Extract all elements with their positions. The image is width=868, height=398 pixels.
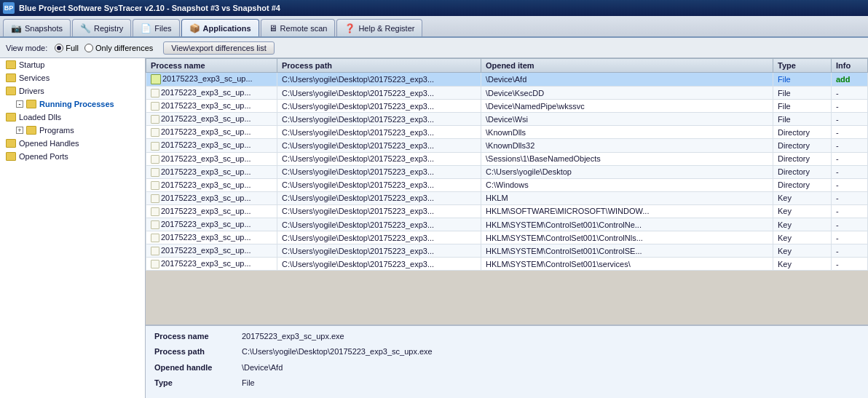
table-row[interactable]: 20175223_exp3_sc_up...C:\Users\yogile\De… <box>146 204 868 218</box>
cell-info: - <box>832 178 868 191</box>
expand-icon[interactable]: + <box>16 127 23 134</box>
process-table[interactable]: Process name Process path Opened item Ty… <box>146 58 868 325</box>
table-row[interactable]: 20175223_exp3_sc_up...C:\Users\yogile\De… <box>146 87 868 100</box>
cell-opened-item: \KnownDlls <box>481 126 773 139</box>
process-icon <box>151 220 159 229</box>
sidebar-item-startup[interactable]: Startup <box>0 58 145 71</box>
tab-snapshots[interactable]: 📷 Snapshots <box>3 19 71 36</box>
table-row[interactable]: 20175223_exp3_sc_up...C:\Users\yogile\De… <box>146 139 868 152</box>
radio-full-circle[interactable] <box>55 44 63 52</box>
folder-icon <box>6 60 16 69</box>
sidebar-item-opened-ports[interactable]: Opened Ports <box>0 150 145 163</box>
cell-process-path: C:\Users\yogile\Desktop\20175223_exp3... <box>277 178 481 191</box>
cell-opened-item: HKLM\SYSTEM\ControlSet001\ControlNe... <box>481 218 773 231</box>
export-button[interactable]: View\export differences list <box>163 41 274 55</box>
table-row[interactable]: 20175223_exp3_sc_up...C:\Users\yogile\De… <box>146 113 868 126</box>
cell-type: Key <box>773 244 832 258</box>
cell-opened-item: HKLM\SYSTEM\ControlSet001\ControlSE... <box>481 244 773 258</box>
title-bar: BP Blue Project Software SysTracer v2.10… <box>0 0 868 16</box>
cell-process-name: 20175223_exp3_sc_up... <box>146 218 277 231</box>
cell-process-path: C:\Users\yogile\Desktop\20175223_exp3... <box>277 231 481 244</box>
sidebar-opened-handles-label: Opened Handles <box>19 139 79 148</box>
tab-applications[interactable]: 📦 Applications <box>181 19 259 36</box>
process-icon <box>151 89 159 97</box>
cell-info: - <box>832 113 868 126</box>
cell-process-path: C:\Users\yogile\Desktop\20175223_exp3... <box>277 73 481 87</box>
cell-info: - <box>832 231 868 244</box>
sidebar-opened-ports-label: Opened Ports <box>19 152 68 161</box>
table-row[interactable]: 20175223_exp3_sc_up...C:\Users\yogile\De… <box>146 231 868 244</box>
detail-opened-handle-label: Opened handle <box>154 363 242 377</box>
table-row[interactable]: 20175223_exp3_sc_up...C:\Users\yogile\De… <box>146 165 868 178</box>
table-header-row: Process name Process path Opened item Ty… <box>146 59 868 73</box>
col-info[interactable]: Info <box>832 59 868 73</box>
cell-process-path: C:\Users\yogile\Desktop\20175223_exp3... <box>277 258 481 271</box>
tab-remote-scan[interactable]: 🖥 Remote scan <box>261 19 336 36</box>
cell-process-name: 20175223_exp3_sc_up... <box>146 165 277 178</box>
tab-files[interactable]: 📄 Files <box>133 19 179 36</box>
table-row[interactable]: 20175223_exp3_sc_up...C:\Users\yogile\De… <box>146 244 868 258</box>
process-icon <box>151 207 159 216</box>
col-opened-item[interactable]: Opened item <box>481 59 773 73</box>
toolbar: View mode: Full Only differences View\ex… <box>0 38 868 58</box>
cell-type: Directory <box>773 126 832 139</box>
radio-diff-circle[interactable] <box>84 44 93 52</box>
cell-opened-item: \KnownDlls32 <box>481 139 773 152</box>
cell-info: - <box>832 258 868 271</box>
view-mode-label: View mode: <box>6 44 47 52</box>
cell-opened-item: C:\Windows <box>481 178 773 191</box>
sidebar-item-loaded-dlls[interactable]: Loaded Dlls <box>0 111 145 124</box>
table-row[interactable]: 20175223_exp3_sc_up...C:\Users\yogile\De… <box>146 126 868 139</box>
main-content: Startup Services Drivers - Running Proce… <box>0 58 868 398</box>
tab-registry[interactable]: 🔧 Registry <box>72 19 131 36</box>
cell-process-path: C:\Users\yogile\Desktop\20175223_exp3... <box>277 165 481 178</box>
cell-type: Key <box>773 204 832 218</box>
radio-differences[interactable]: Only differences <box>84 44 153 52</box>
cell-opened-item: HKLM\SYSTEM\ControlSet001\services\ <box>481 258 773 271</box>
col-process-path[interactable]: Process path <box>277 59 481 73</box>
folder-icon <box>26 100 36 108</box>
cell-opened-item: \Sessions\1\BaseNamedObjects <box>481 152 773 165</box>
cell-process-path: C:\Users\yogile\Desktop\20175223_exp3... <box>277 218 481 231</box>
cell-process-name: 20175223_exp3_sc_up... <box>146 231 277 244</box>
registry-icon: 🔧 <box>80 23 91 33</box>
sidebar-item-services[interactable]: Services <box>0 71 145 84</box>
cell-opened-item: \Device\KsecDD <box>481 87 773 100</box>
tab-files-label: Files <box>154 24 171 33</box>
table-row[interactable]: 20175223_exp3_sc_up...C:\Users\yogile\De… <box>146 100 868 113</box>
tab-help-register[interactable]: ❓ Help & Register <box>336 19 422 36</box>
sidebar-item-running-processes[interactable]: - Running Processes <box>0 97 145 111</box>
sidebar-item-drivers[interactable]: Drivers <box>0 84 145 97</box>
process-icon <box>151 168 159 177</box>
sidebar-startup-label: Startup <box>19 60 44 69</box>
table-row[interactable]: 20175223_exp3_sc_up...C:\Users\yogile\De… <box>146 152 868 165</box>
detail-type-value: File <box>242 378 859 392</box>
cell-info: - <box>832 165 868 178</box>
cell-process-path: C:\Users\yogile\Desktop\20175223_exp3... <box>277 100 481 113</box>
process-icon <box>151 102 159 111</box>
table-row[interactable]: 20175223_exp3_sc_up...C:\Users\yogile\De… <box>146 178 868 191</box>
cell-process-name: 20175223_exp3_sc_up... <box>146 258 277 271</box>
col-type[interactable]: Type <box>773 59 832 73</box>
sidebar-running-processes-label: Running Processes <box>39 100 114 108</box>
sidebar-item-opened-handles[interactable]: Opened Handles <box>0 137 145 150</box>
sidebar-item-programs[interactable]: + Programs <box>0 124 145 137</box>
table-row[interactable]: 20175223_exp3_sc_up...C:\Users\yogile\De… <box>146 258 868 271</box>
cell-info: - <box>832 204 868 218</box>
cell-type: Key <box>773 231 832 244</box>
expand-icon[interactable]: - <box>16 100 23 108</box>
cell-process-path: C:\Users\yogile\Desktop\20175223_exp3... <box>277 244 481 258</box>
cell-info: - <box>832 218 868 231</box>
folder-icon <box>6 152 16 161</box>
remote-scan-icon: 🖥 <box>269 23 277 33</box>
applications-icon: 📦 <box>189 23 200 33</box>
cell-process-path: C:\Users\yogile\Desktop\20175223_exp3... <box>277 204 481 218</box>
table-row[interactable]: 20175223_exp3_sc_up...C:\Users\yogile\De… <box>146 218 868 231</box>
cell-process-name: 20175223_exp3_sc_up... <box>146 73 277 87</box>
table-row[interactable]: 20175223_exp3_sc_up...C:\Users\yogile\De… <box>146 73 868 87</box>
table-row[interactable]: 20175223_exp3_sc_up...C:\Users\yogile\De… <box>146 191 868 204</box>
col-process-name[interactable]: Process name <box>146 59 277 73</box>
radio-full[interactable]: Full <box>55 44 79 52</box>
cell-process-name: 20175223_exp3_sc_up... <box>146 126 277 139</box>
cell-type: Directory <box>773 152 832 165</box>
